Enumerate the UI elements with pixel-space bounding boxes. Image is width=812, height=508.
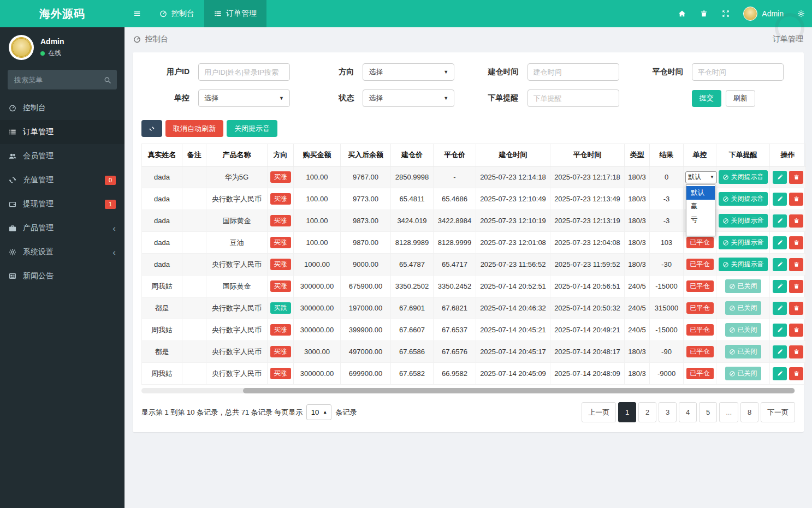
home-button[interactable] bbox=[671, 0, 693, 27]
orders-panel: 用户ID 方向 选择 ▼ 建仓时间 平仓时间 bbox=[133, 52, 804, 432]
topbar-user-menu[interactable]: Admin bbox=[737, 7, 790, 21]
cell-amount: 300000.00 bbox=[294, 363, 341, 385]
cancel-auto-refresh-button[interactable]: 取消自动刷新 bbox=[165, 120, 223, 137]
remind-button[interactable]: 已关闭 bbox=[725, 301, 761, 315]
sidebar-item-7[interactable]: 新闻公告 bbox=[0, 264, 125, 288]
prev-page-button[interactable]: 上一页 bbox=[582, 402, 616, 422]
page-button-5[interactable]: 5 bbox=[699, 402, 717, 422]
column-header[interactable]: 方向 bbox=[268, 144, 294, 166]
sidebar-item-3[interactable]: 充值管理 0 bbox=[0, 168, 125, 192]
column-header[interactable]: 结果 bbox=[650, 144, 684, 166]
column-header[interactable]: 产品名称 bbox=[206, 144, 268, 166]
column-header[interactable]: 操作 bbox=[770, 144, 806, 166]
remind-button[interactable]: 关闭提示音 bbox=[719, 170, 768, 184]
sidebar-item-2[interactable]: 会员管理 bbox=[0, 144, 125, 168]
menu-search-input[interactable] bbox=[8, 70, 117, 89]
horizontal-scrollbar[interactable] bbox=[141, 388, 795, 393]
edit-button[interactable] bbox=[773, 214, 787, 228]
page-button-3[interactable]: 3 bbox=[659, 402, 677, 422]
column-header[interactable]: 类型 bbox=[625, 144, 650, 166]
edit-button[interactable] bbox=[773, 302, 787, 315]
edit-button[interactable] bbox=[773, 171, 787, 184]
page-button-2[interactable]: 2 bbox=[638, 402, 656, 422]
clear-button[interactable] bbox=[693, 0, 715, 27]
page-button-4[interactable]: 4 bbox=[679, 402, 697, 422]
column-header[interactable]: 备注 bbox=[182, 144, 206, 166]
column-header[interactable]: 购买金额 bbox=[294, 144, 341, 166]
direction-select[interactable]: 选择 ▼ bbox=[363, 63, 454, 81]
close-sound-button[interactable]: 关闭提示音 bbox=[227, 120, 277, 137]
column-header[interactable]: 建仓价 bbox=[391, 144, 434, 166]
pencil-icon bbox=[777, 196, 783, 202]
next-page-button[interactable]: 下一页 bbox=[761, 402, 795, 422]
page-button-...[interactable]: ... bbox=[719, 402, 738, 422]
sidebar-item-1[interactable]: 订单管理 bbox=[0, 120, 125, 144]
breadcrumb[interactable]: 控制台 bbox=[133, 34, 168, 44]
column-header[interactable]: 单控 bbox=[684, 144, 716, 166]
column-header[interactable]: 平仓价 bbox=[434, 144, 476, 166]
settings-button[interactable] bbox=[790, 0, 812, 27]
search-icon[interactable] bbox=[104, 75, 111, 84]
edit-button[interactable] bbox=[773, 280, 787, 293]
control-option[interactable]: 亏 bbox=[686, 213, 715, 227]
sidebar-item-4[interactable]: 提现管理 1 bbox=[0, 192, 125, 216]
column-header[interactable]: 买入后余额 bbox=[341, 144, 391, 166]
remind-button[interactable]: 已关闭 bbox=[725, 367, 761, 380]
delete-button[interactable] bbox=[789, 258, 803, 271]
status-select[interactable]: 选择 ▼ bbox=[363, 89, 454, 107]
cell-open-price: 65.4811 bbox=[391, 188, 434, 210]
pagination-info-text: 显示第 1 到第 10 条记录，总共 71 条记录 每页显示 bbox=[141, 408, 303, 417]
column-header[interactable]: 真实姓名 bbox=[142, 144, 182, 166]
fullscreen-button[interactable] bbox=[715, 0, 737, 27]
delete-button[interactable] bbox=[789, 345, 803, 358]
delete-button[interactable] bbox=[789, 193, 803, 206]
control-filter-select[interactable]: 选择 ▼ bbox=[198, 89, 290, 107]
delete-button[interactable] bbox=[789, 302, 803, 315]
sidebar-item-6[interactable]: 系统设置 ‹ bbox=[0, 240, 125, 264]
remind-input[interactable] bbox=[527, 89, 619, 107]
sidebar-item-0[interactable]: 控制台 bbox=[0, 96, 125, 120]
user-id-input[interactable] bbox=[198, 63, 290, 81]
remind-button[interactable]: 关闭提示音 bbox=[719, 192, 768, 206]
reload-button[interactable] bbox=[141, 120, 162, 137]
open-time-input[interactable] bbox=[527, 63, 619, 81]
column-header[interactable]: 平仓时间 bbox=[550, 144, 625, 166]
topbar-tab-orders[interactable]: 订单管理 bbox=[204, 0, 266, 27]
edit-button[interactable] bbox=[773, 236, 787, 249]
edit-button[interactable] bbox=[773, 345, 787, 358]
remind-button[interactable]: 已关闭 bbox=[725, 323, 761, 337]
sidebar-item-5[interactable]: 产品管理 ‹ bbox=[0, 216, 125, 240]
delete-button[interactable] bbox=[789, 171, 803, 184]
page-button-1[interactable]: 1 bbox=[618, 402, 636, 422]
delete-button[interactable] bbox=[789, 214, 803, 228]
page-button-8[interactable]: 8 bbox=[740, 402, 758, 422]
cell-close-price: 3350.2452 bbox=[434, 276, 476, 297]
remind-button[interactable]: 已关闭 bbox=[725, 345, 761, 358]
control-option[interactable]: 赢 bbox=[686, 200, 715, 213]
delete-button[interactable] bbox=[789, 367, 803, 380]
remind-button[interactable]: 关闭提示音 bbox=[719, 214, 768, 228]
page-size-select[interactable]: 10 ▲ bbox=[306, 404, 331, 420]
edit-button[interactable] bbox=[773, 258, 787, 271]
remind-button[interactable]: 关闭提示音 bbox=[719, 236, 768, 249]
edit-button[interactable] bbox=[773, 193, 787, 206]
remind-button[interactable]: 关闭提示音 bbox=[719, 258, 768, 271]
control-option[interactable]: 默认 bbox=[686, 186, 715, 200]
delete-button[interactable] bbox=[789, 236, 803, 249]
submit-button[interactable]: 提交 bbox=[692, 90, 721, 107]
sidebar-toggle-button[interactable] bbox=[125, 0, 150, 27]
edit-button[interactable] bbox=[773, 324, 787, 337]
remind-button[interactable]: 已关闭 bbox=[725, 279, 761, 293]
refresh-button[interactable]: 刷新 bbox=[726, 90, 755, 107]
ban-icon bbox=[722, 261, 729, 268]
column-header[interactable]: 下单提醒 bbox=[716, 144, 770, 166]
delete-button[interactable] bbox=[789, 324, 803, 337]
topbar-tab-console[interactable]: 控制台 bbox=[150, 0, 204, 27]
column-header[interactable]: 建仓时间 bbox=[476, 144, 550, 166]
edit-button[interactable] bbox=[773, 367, 787, 380]
close-time-input[interactable] bbox=[692, 63, 784, 81]
delete-button[interactable] bbox=[789, 280, 803, 293]
position-status-badge: 已平仓 bbox=[686, 237, 714, 248]
scrollbar-thumb[interactable] bbox=[243, 388, 795, 393]
control-select[interactable]: 默认 ▼ 默认赢亏 bbox=[685, 171, 717, 183]
